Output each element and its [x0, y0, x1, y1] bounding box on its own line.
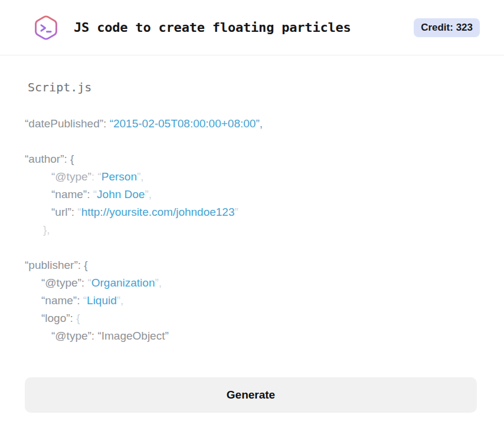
- code-token: “url”:: [51, 206, 77, 218]
- code-token: “name”:: [51, 188, 93, 200]
- code-line: “name”: “Liquid”,: [25, 292, 477, 310]
- code-token: “@type”: [51, 170, 91, 183]
- code-token: Person: [102, 170, 137, 183]
- code-token: “datePublished”:: [25, 117, 110, 130]
- code-line-blank: [25, 133, 477, 150]
- generate-button[interactable]: Generate: [25, 377, 477, 413]
- filename-heading: Script.js: [28, 80, 477, 95]
- code-line: “author”: {: [25, 150, 477, 168]
- code-line: “name”: “John Doe”,: [25, 186, 477, 203]
- code-token: ”,: [145, 188, 152, 200]
- code-block: “datePublished”: “2015-02-05T08:00:00+08…: [25, 115, 477, 345]
- code-token: ”: [235, 206, 238, 218]
- code-token: ”,: [155, 277, 162, 289]
- code-line: “@type”: “Organization”,: [25, 274, 477, 292]
- code-token: “@type”:: [41, 277, 87, 289]
- code-token: “publisher”: {: [25, 259, 88, 271]
- code-line: “publisher”: {: [25, 256, 477, 274]
- code-token: “name”:: [41, 294, 83, 307]
- code-token: http://yoursite.com/johndoe123: [81, 206, 235, 218]
- main-content: Script.js “datePublished”: “2015-02-05T0…: [0, 55, 504, 413]
- header: JS code to create floating particles Cre…: [0, 0, 504, 55]
- code-token: “logo”:: [41, 312, 76, 324]
- code-token: Liquid: [87, 294, 117, 307]
- code-token: “author”: {: [25, 153, 74, 165]
- terminal-hexagon-icon: [32, 14, 60, 42]
- code-line: “datePublished”: “2015-02-05T08:00:00+08…: [25, 115, 477, 133]
- code-token: “2015-02-05T08:00:00+08:00”,: [110, 117, 263, 130]
- code-token: ”,: [137, 170, 144, 183]
- code-token: {: [76, 312, 80, 324]
- code-line: “@type”: “ImageObject”: [25, 327, 477, 345]
- code-token: Organization: [91, 277, 155, 289]
- code-token: :: [91, 170, 98, 183]
- code-token: “@type”: “ImageObject”: [51, 330, 169, 342]
- code-line: },: [25, 221, 477, 239]
- code-line-blank: [25, 239, 477, 256]
- code-token: ”,: [117, 294, 124, 307]
- credit-badge: Credit: 323: [414, 18, 480, 37]
- page-title: JS code to create floating particles: [74, 20, 351, 35]
- code-token: },: [43, 223, 50, 236]
- code-token: John Doe: [97, 188, 145, 200]
- code-line: “url”: “http://yoursite.com/johndoe123”: [25, 203, 477, 221]
- code-line: “logo”: {: [25, 310, 477, 327]
- code-line: “@type”: “Person”,: [25, 168, 477, 186]
